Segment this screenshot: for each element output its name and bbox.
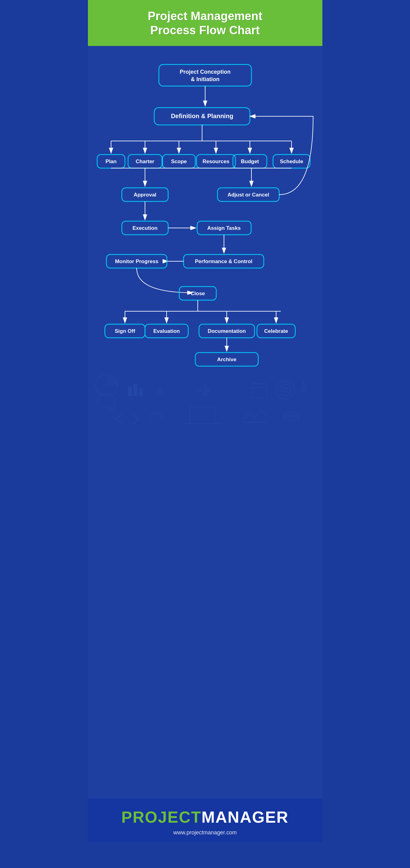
brand-footer: PROJECTMANAGER www.projectmanager.com [88, 799, 322, 842]
svg-point-78 [283, 388, 287, 392]
svg-text:Charter: Charter [135, 159, 154, 164]
svg-text:Budget: Budget [241, 159, 259, 164]
svg-text:Project Conception: Project Conception [180, 69, 230, 75]
svg-text:Documentation: Documentation [208, 328, 246, 334]
svg-rect-2 [159, 64, 251, 86]
svg-text:& Initiation: & Initiation [191, 76, 219, 82]
svg-rect-67 [128, 387, 132, 396]
svg-point-92 [284, 412, 299, 417]
svg-point-79 [201, 385, 210, 394]
svg-rect-72 [251, 384, 267, 398]
brand-url: www.projectmanager.com [94, 830, 316, 836]
svg-rect-68 [134, 384, 137, 396]
svg-marker-87 [106, 407, 113, 411]
svg-text:Assign Tasks: Assign Tasks [207, 225, 240, 231]
svg-text:Plan: Plan [105, 159, 117, 164]
svg-text:Celebrate: Celebrate [264, 328, 288, 334]
svg-rect-88 [190, 407, 214, 424]
svg-text:Execution: Execution [132, 225, 157, 231]
brand-logo: PROJECTMANAGER [94, 808, 316, 826]
svg-marker-95 [159, 415, 164, 420]
svg-rect-69 [139, 389, 143, 396]
svg-text:Sign Off: Sign Off [115, 328, 135, 334]
svg-text:Monitor Progress: Monitor Progress [115, 258, 158, 265]
svg-text:Close: Close [190, 290, 204, 297]
svg-text:Resources: Resources [202, 159, 229, 164]
svg-text:Adjust or Cancel: Adjust or Cancel [227, 192, 269, 198]
svg-text:Scope: Scope [171, 159, 187, 164]
svg-text:Performance & Control: Performance & Control [195, 258, 252, 265]
svg-point-76 [276, 381, 295, 399]
brand-project: PROJECT [121, 808, 201, 826]
svg-text:Definition & Planning: Definition & Planning [170, 113, 233, 119]
svg-text:Archive: Archive [217, 356, 236, 363]
svg-point-91 [284, 415, 299, 420]
svg-marker-70 [156, 387, 165, 395]
brand-manager: MANAGER [201, 808, 289, 826]
svg-text:Schedule: Schedule [280, 159, 303, 164]
page-title: Project Management Process Flow Chart [94, 9, 316, 37]
svg-text:Approval: Approval [134, 192, 156, 198]
svg-point-77 [280, 384, 291, 396]
svg-text:Evaluation: Evaluation [153, 328, 180, 334]
flowchart-container: Project Conception & Initiation Definiti… [88, 46, 322, 799]
page-header: Project Management Process Flow Chart [88, 0, 322, 46]
